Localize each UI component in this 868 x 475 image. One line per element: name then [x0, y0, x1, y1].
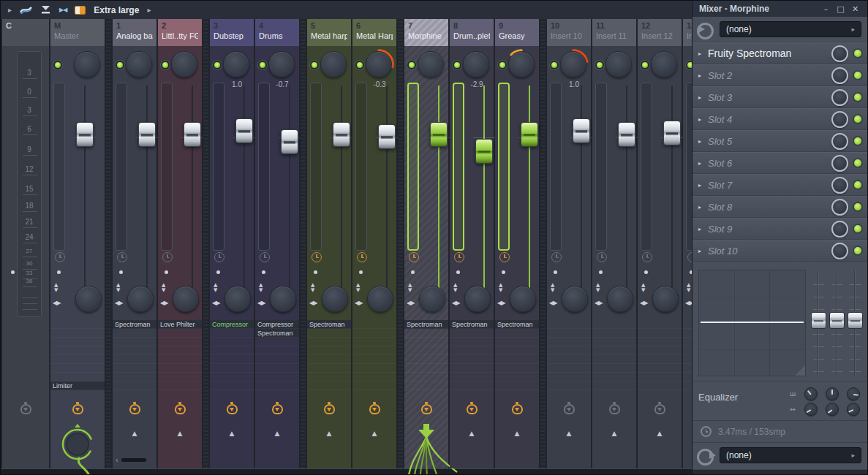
slot-enable-led[interactable]	[854, 247, 861, 254]
plugin-slot-label[interactable]	[404, 381, 448, 390]
volume-fader[interactable]	[475, 86, 494, 294]
stereo-separation-knob[interactable]	[173, 286, 199, 312]
slot-enable-led[interactable]	[854, 94, 861, 101]
stereo-separation-knob[interactable]	[367, 286, 393, 312]
volume-fader[interactable]	[617, 86, 636, 294]
plugin-slot-label[interactable]	[547, 320, 591, 329]
plugin-slot-label[interactable]	[50, 346, 105, 355]
mixer-channel-strip[interactable]: 4 Drums -0.7 ▲▼ ◀▶ Compressor	[255, 19, 299, 468]
plugin-slot-label[interactable]	[592, 364, 636, 373]
mixer-channel-strip[interactable]: 10 Insert 10 1.0 ▲▼ ◀▶	[547, 19, 591, 468]
slot-mix-knob[interactable]	[831, 221, 848, 238]
mute-led[interactable]	[213, 61, 222, 69]
effect-slot[interactable]: ▸ Slot 2	[692, 64, 867, 86]
up-down-arrows-icon[interactable]: ▲▼	[116, 283, 120, 292]
plugin-slot-label[interactable]: Spectroman	[495, 320, 539, 329]
view-size-next-icon[interactable]: ▸	[147, 6, 151, 14]
left-right-arrows-icon[interactable]: ◀▶	[355, 300, 362, 306]
mute-led[interactable]	[53, 61, 62, 69]
plugin-slot-labels[interactable]	[547, 320, 591, 390]
up-down-arrows-icon[interactable]: ▲▼	[596, 283, 600, 292]
plugin-slot-label[interactable]	[210, 381, 254, 390]
mute-led[interactable]	[641, 61, 649, 69]
slot-arrow-icon[interactable]: ▸	[698, 50, 701, 57]
plugin-slot-label[interactable]	[592, 381, 636, 390]
mirror-triangles-icon[interactable]: ▶◀	[59, 7, 67, 13]
slot-arrow-icon[interactable]: ▸	[698, 116, 701, 123]
plugin-slot-label[interactable]	[352, 329, 396, 338]
slot-enable-led[interactable]	[854, 115, 861, 123]
stereo-separation-knob[interactable]	[562, 286, 588, 312]
plugin-slot-label[interactable]	[638, 355, 682, 364]
plugin-slot-label[interactable]	[158, 338, 202, 346]
mute-led[interactable]	[161, 61, 170, 69]
plugin-slot-label[interactable]	[113, 381, 156, 390]
latency-clock-icon[interactable]	[409, 252, 419, 262]
left-right-arrows-icon[interactable]: ◀▶	[160, 300, 167, 306]
plugin-slot-label[interactable]: Spectroman	[307, 320, 351, 329]
plugin-slot-labels[interactable]: Spectroman	[495, 320, 539, 390]
eq-level-knob[interactable]	[804, 387, 818, 400]
up-down-arrows-icon[interactable]: ▲▼	[54, 283, 58, 292]
fx-lamp-icon[interactable]	[608, 402, 620, 416]
pan-knob[interactable]	[649, 50, 679, 79]
routing-area[interactable]	[404, 424, 448, 468]
close-button[interactable]: ✕	[850, 4, 861, 14]
channel-header[interactable]: 11 Insert 11	[592, 19, 636, 46]
plugin-slot-label[interactable]	[638, 329, 682, 338]
plugin-slot-labels[interactable]: Love Philter	[158, 320, 202, 390]
effect-slot[interactable]: ▸ Fruity Spectroman	[692, 42, 867, 64]
latency-clock-icon[interactable]	[454, 252, 464, 262]
fx-lamp-icon[interactable]	[323, 402, 335, 416]
fx-lamp-icon[interactable]	[129, 402, 140, 416]
plugin-slot-label[interactable]	[307, 346, 351, 355]
view-size-icon[interactable]	[75, 6, 86, 15]
audio-input-select[interactable]: (none) ▸	[720, 21, 861, 37]
plugin-slot-label[interactable]	[158, 329, 202, 338]
channel-header[interactable]: 2 Littl..tty FG	[158, 19, 202, 46]
plugin-slot-label[interactable]	[547, 373, 591, 381]
effect-slot[interactable]: ▸ Slot 4	[692, 108, 867, 130]
record-dot[interactable]	[314, 270, 317, 274]
plugin-slot-label[interactable]: Spectroman	[113, 320, 156, 329]
pan-knob[interactable]	[170, 50, 199, 79]
left-right-arrows-icon[interactable]: ◀▶	[640, 300, 647, 306]
record-dot[interactable]	[411, 270, 415, 274]
send-arrow-icon[interactable]: ▲	[515, 430, 520, 437]
mute-led[interactable]	[595, 61, 604, 69]
plugin-slot-labels[interactable]: Spectroman	[404, 320, 448, 390]
slot-mix-knob[interactable]	[831, 67, 848, 84]
fx-lamp-icon[interactable]	[420, 402, 432, 416]
plugin-slot-label[interactable]	[352, 364, 396, 373]
fx-lamp-icon[interactable]	[511, 402, 523, 416]
plugin-slot-label[interactable]	[638, 346, 682, 355]
plugin-slot-label[interactable]: Compressor	[210, 320, 254, 329]
mixer-channel-strip[interactable]: 9 Greasy ▲▼ ◀▶ Spectroman	[495, 19, 539, 468]
pan-knob[interactable]	[319, 50, 348, 79]
scrollbar-thumb[interactable]	[121, 458, 146, 462]
plugin-slot-label[interactable]	[50, 373, 105, 381]
wave-icon[interactable]	[20, 5, 32, 15]
latency-clock-icon[interactable]	[214, 252, 224, 262]
plugin-slot-label[interactable]	[210, 338, 254, 346]
horizontal-scrollbar[interactable]: ‹	[116, 455, 146, 464]
plugin-slot-labels[interactable]: Spectroman	[450, 320, 494, 390]
slot-enable-led[interactable]	[854, 203, 861, 210]
plugin-slot-label[interactable]	[352, 373, 396, 381]
slot-mix-knob[interactable]	[831, 155, 848, 172]
plugin-slot-label[interactable]: Limiter	[50, 381, 105, 390]
fx-lamp-icon[interactable]	[369, 402, 380, 416]
slot-mix-knob[interactable]	[831, 89, 848, 106]
audio-input-icon[interactable]	[698, 22, 714, 37]
plugin-slot-label[interactable]	[638, 320, 682, 329]
record-dot[interactable]	[456, 270, 460, 274]
plugin-slot-label[interactable]	[113, 329, 156, 338]
plugin-slot-label[interactable]	[210, 364, 254, 373]
plugin-slot-label[interactable]	[255, 381, 299, 390]
left-right-arrows-icon[interactable]: ◀▶	[497, 300, 505, 306]
plugin-slot-label[interactable]	[113, 373, 156, 381]
slot-enable-led[interactable]	[854, 159, 861, 167]
fx-lamp-icon[interactable]	[654, 402, 665, 416]
volume-fader[interactable]	[75, 86, 94, 294]
plugin-slot-label[interactable]	[592, 355, 636, 364]
